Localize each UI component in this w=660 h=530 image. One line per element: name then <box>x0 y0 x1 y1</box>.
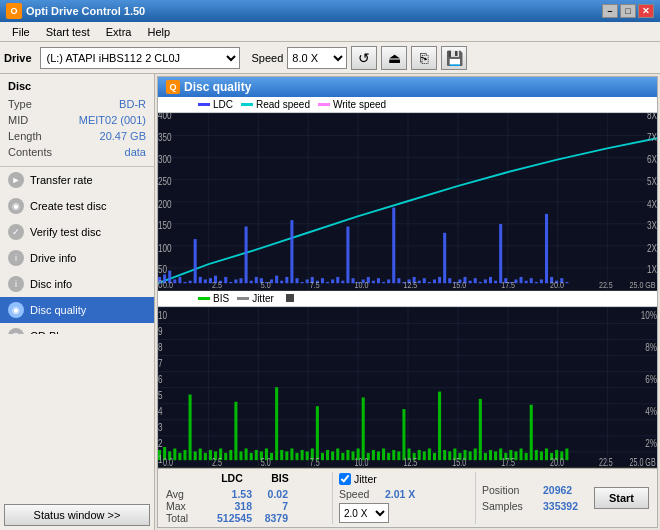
window-controls: – □ ✕ <box>602 4 654 18</box>
quality-panel-title: Disc quality <box>184 80 251 94</box>
disc-type-val: BD-R <box>119 96 146 112</box>
svg-rect-194 <box>540 451 543 460</box>
speed-row: Speed 2.01 X <box>339 488 469 500</box>
svg-text:100: 100 <box>158 243 172 254</box>
copy-button[interactable]: ⎘ <box>411 46 437 70</box>
speed-select-dropdown[interactable]: 2.0 X <box>339 503 389 523</box>
svg-text:250: 250 <box>158 176 172 187</box>
svg-rect-22 <box>245 226 248 283</box>
svg-text:7: 7 <box>158 356 163 369</box>
svg-rect-154 <box>336 448 339 460</box>
svg-rect-78 <box>530 278 533 283</box>
max-ldc-val: 318 <box>212 500 252 512</box>
svg-rect-57 <box>423 278 426 283</box>
disc-length-val: 20.47 GB <box>100 128 146 144</box>
avg-ldc-val: 1.53 <box>212 488 252 500</box>
close-button[interactable]: ✕ <box>638 4 654 18</box>
svg-rect-126 <box>194 451 197 460</box>
svg-rect-151 <box>321 452 324 459</box>
svg-rect-147 <box>301 449 304 459</box>
sidebar-item-label: Disc info <box>30 278 72 290</box>
stats-avg-row: Avg 1.53 0.02 <box>166 488 326 500</box>
stats-table: LDC BIS Avg 1.53 0.02 Max 318 7 Total <box>166 472 326 524</box>
menu-start-test[interactable]: Start test <box>38 24 98 40</box>
svg-rect-162 <box>377 451 380 460</box>
svg-rect-145 <box>290 448 293 460</box>
svg-rect-184 <box>489 449 492 459</box>
svg-rect-71 <box>494 281 497 284</box>
menu-extra[interactable]: Extra <box>98 24 140 40</box>
menu-file[interactable]: File <box>4 24 38 40</box>
svg-rect-133 <box>229 449 232 459</box>
position-samples-section: Position 20962 Samples 335392 <box>482 472 592 524</box>
chart1-legend: LDC Read speed Write speed <box>158 97 657 113</box>
main-area: Disc Type BD-R MID MEIT02 (001) Length 2… <box>0 74 660 530</box>
svg-rect-181 <box>474 448 477 460</box>
position-val: 20962 <box>543 484 572 496</box>
svg-text:350: 350 <box>158 132 172 143</box>
svg-text:4: 4 <box>158 404 163 417</box>
svg-rect-72 <box>499 224 502 283</box>
svg-rect-171 <box>423 451 426 460</box>
svg-text:4%: 4% <box>645 404 657 417</box>
disc-length-row: Length 20.47 GB <box>8 128 146 144</box>
legend-jitter: Jitter <box>237 293 274 304</box>
svg-rect-167 <box>402 409 405 460</box>
sidebar-item-label: Transfer rate <box>30 174 93 186</box>
jitter-checkbox-input[interactable] <box>339 473 351 485</box>
sidebar-item-transfer-rate[interactable]: ► Transfer rate <box>0 167 154 193</box>
refresh-button[interactable]: ↺ <box>351 46 377 70</box>
svg-rect-170 <box>418 449 421 459</box>
svg-rect-24 <box>255 277 258 283</box>
svg-rect-62 <box>448 278 451 283</box>
svg-text:20.0: 20.0 <box>550 281 564 290</box>
sidebar-item-drive-info[interactable]: i Drive info <box>0 245 154 271</box>
write-speed-label: Write speed <box>333 99 386 110</box>
svg-text:0.0: 0.0 <box>163 281 173 290</box>
verify-test-icon: ✓ <box>8 224 24 240</box>
sidebar-item-create-test-disc[interactable]: ◉ Create test disc <box>0 193 154 219</box>
toolbar: Drive (L:) ATAPI iHBS112 2 CL0J Speed 8.… <box>0 42 660 74</box>
svg-rect-67 <box>474 278 477 283</box>
start-button[interactable]: Start <box>594 487 649 509</box>
svg-text:10.0: 10.0 <box>355 281 369 290</box>
svg-rect-79 <box>535 282 538 283</box>
svg-text:15.0: 15.0 <box>452 456 466 467</box>
svg-text:25.0 GB: 25.0 GB <box>630 281 656 290</box>
jitter-checkbox-label: Jitter <box>354 473 377 485</box>
disc-quality-panel: Q Disc quality LDC Read speed Write spee… <box>157 76 658 528</box>
sidebar-item-cd-bler[interactable]: B CD Bler <box>0 323 154 334</box>
svg-text:8X: 8X <box>647 113 657 122</box>
speed-select[interactable]: 8.0 X <box>287 47 347 69</box>
minimize-button[interactable]: – <box>602 4 618 18</box>
svg-rect-125 <box>189 394 192 460</box>
svg-rect-172 <box>428 448 431 460</box>
maximize-button[interactable]: □ <box>620 4 636 18</box>
start-btn-container: Start <box>594 472 649 524</box>
svg-rect-12 <box>194 239 197 283</box>
svg-rect-138 <box>255 449 258 459</box>
svg-rect-11 <box>189 281 192 284</box>
sidebar-item-label: Create test disc <box>30 200 106 212</box>
svg-rect-66 <box>469 281 472 284</box>
svg-rect-28 <box>275 276 278 284</box>
sidebar-item-label: Drive info <box>30 252 76 264</box>
avg-bis-val: 0.02 <box>258 488 288 500</box>
disc-info-icon: i <box>8 276 24 292</box>
svg-rect-76 <box>520 277 523 283</box>
status-window-button[interactable]: Status window >> <box>4 504 150 526</box>
svg-rect-144 <box>285 451 288 460</box>
menu-help[interactable]: Help <box>139 24 178 40</box>
sidebar-item-disc-info[interactable]: i Disc info <box>0 271 154 297</box>
drive-select[interactable]: (L:) ATAPI iHBS112 2 CL0J <box>40 47 240 69</box>
svg-rect-23 <box>250 281 253 284</box>
speed-stat-val: 2.01 X <box>385 488 415 500</box>
sidebar-item-verify-test-disc[interactable]: ✓ Verify test disc <box>0 219 154 245</box>
svg-rect-37 <box>321 278 324 283</box>
svg-text:25.0 GB: 25.0 GB <box>630 456 656 467</box>
disc-mid-key: MID <box>8 112 28 128</box>
sidebar-item-disc-quality[interactable]: ◉ Disc quality <box>0 297 154 323</box>
disc-type-key: Type <box>8 96 32 112</box>
save-button[interactable]: 💾 <box>441 46 467 70</box>
eject-button[interactable]: ⏏ <box>381 46 407 70</box>
